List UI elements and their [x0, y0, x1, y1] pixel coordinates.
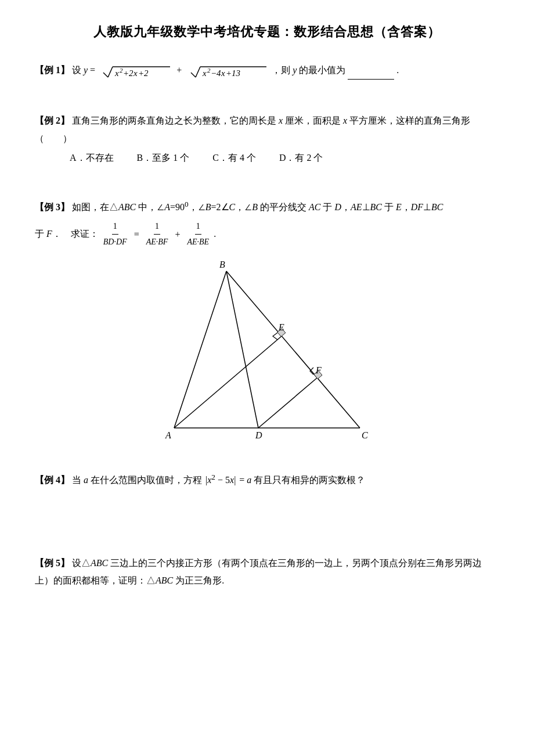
- frac-r1: 1 AE·BF: [145, 219, 169, 250]
- svg-text:+2: +2: [123, 69, 134, 78]
- svg-text:x: x: [202, 69, 207, 78]
- label-C: C: [362, 430, 368, 440]
- ex4-label: 【例 4】: [35, 475, 70, 485]
- frac-r2: 1 AE·BE: [186, 219, 210, 250]
- ex1-text-before: 设 y =: [72, 65, 98, 75]
- ex2-label: 【例 2】: [35, 116, 70, 125]
- ex1-sqrt1: x 2 +2 x +2: [98, 65, 175, 75]
- svg-line-1: [108, 67, 113, 77]
- eq-sign: =: [134, 229, 139, 239]
- ex1-plus: +: [176, 65, 182, 75]
- plus-sign: +: [175, 229, 180, 239]
- triangle-svg: B A C D E F: [157, 260, 377, 451]
- option-d: D．有 2 个: [279, 152, 323, 164]
- option-b: B．至多 1 个: [137, 152, 190, 164]
- svg-text:x: x: [221, 69, 225, 78]
- svg-text:+2: +2: [138, 69, 149, 78]
- svg-line-8: [191, 73, 196, 77]
- ex3-label: 【例 3】: [35, 202, 70, 212]
- ex2-text: 直角三角形的两条直角边之长为整数，它的周长是 x 厘米，面积是 x 平方厘米，这…: [35, 116, 470, 143]
- sqrt2-svg: x 2 −4 x +13: [185, 62, 269, 80]
- ex2-options: A．不存在 B．至多 1 个 C．有 4 个 D．有 2 个: [70, 152, 499, 164]
- ex5-label: 【例 5】: [35, 558, 70, 568]
- svg-text:x: x: [133, 69, 138, 78]
- option-a: A．不存在: [70, 152, 114, 164]
- ex1-comma: ，则 y 的最小值为: [272, 65, 345, 75]
- ex1-fill-blank: [348, 70, 394, 80]
- page-title: 人教版九年级数学中考培优专题：数形结合思想（含答案）: [35, 23, 499, 41]
- svg-line-16: [174, 271, 226, 428]
- svg-line-17: [226, 271, 360, 428]
- ex1-sqrt2: x 2 −4 x +13: [185, 65, 272, 75]
- example-1: 【例 1】 设 y = x 2 +2 x +2 + x: [35, 62, 499, 80]
- ex4-eq-part: = a 有且只有相异的两实数根？: [239, 475, 365, 485]
- label-E: E: [278, 322, 284, 332]
- ex4-text: 当 a 在什么范围内取值时，方程: [72, 475, 202, 485]
- option-c: C．有 4 个: [212, 152, 256, 164]
- sqrt1-svg: x 2 +2 x +2: [98, 62, 173, 80]
- label-B: B: [219, 260, 225, 269]
- ex3-condition2: 于 F． 求证：: [35, 229, 99, 239]
- ex1-label: 【例 1】: [35, 65, 70, 75]
- svg-line-19: [226, 271, 258, 428]
- ex3-formula: 1 BD·DF = 1 AE·BF + 1 AE·BE .: [101, 229, 216, 239]
- svg-text:+13: +13: [226, 69, 240, 78]
- ex3-condition: 如图，在△ABC 中，∠A=900，∠B=2∠C，∠B 的平分线交 AC 于 D…: [72, 202, 443, 212]
- ex4-abs-formula: |x2 − 5x|: [205, 475, 236, 485]
- label-A: A: [165, 430, 171, 440]
- svg-line-21: [258, 378, 317, 428]
- svg-line-20: [174, 336, 282, 428]
- frac-left: 1 BD·DF: [102, 219, 128, 250]
- svg-line-9: [196, 67, 200, 77]
- example-2: 【例 2】 直角三角形的两条直角边之长为整数，它的周长是 x 厘米，面积是 x …: [35, 112, 499, 164]
- example-3: 【例 3】 如图，在△ABC 中，∠A=900，∠B=2∠C，∠B 的平分线交 …: [35, 197, 499, 451]
- svg-text:x: x: [114, 69, 119, 78]
- example-4: 【例 4】 当 a 在什么范围内取值时，方程 |x2 − 5x| = a 有且只…: [35, 470, 499, 489]
- triangle-diagram: B A C D E F: [35, 260, 499, 451]
- ex3-period: .: [214, 229, 216, 239]
- example-5: 【例 5】 设△ABC 三边上的三个内接正方形（有两个顶点在三角形的一边上，另两…: [35, 555, 499, 590]
- ex1-period: .: [396, 65, 399, 75]
- label-D: D: [255, 430, 262, 440]
- svg-line-0: [103, 73, 108, 77]
- ex5-text: 设△ABC 三边上的三个内接正方形（有两个顶点在三角形的一边上，另两个顶点分别在…: [35, 558, 482, 585]
- svg-text:−4: −4: [211, 69, 221, 78]
- label-F: F: [315, 365, 322, 375]
